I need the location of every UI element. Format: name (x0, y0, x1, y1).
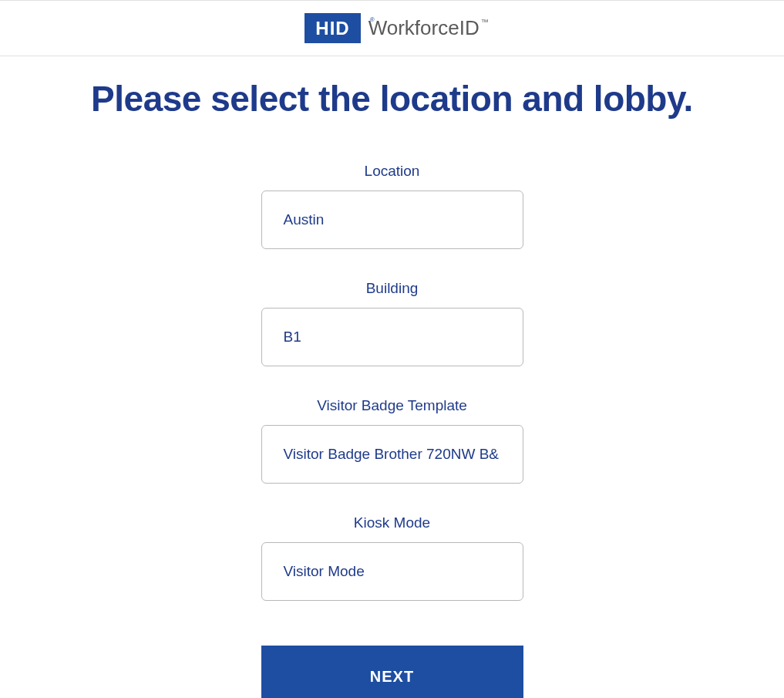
kiosk-mode-value: Visitor Mode (284, 563, 365, 580)
visitor-badge-template-value: Visitor Badge Brother 720NW B& (284, 446, 500, 463)
location-value: Austin (284, 211, 325, 228)
header: HID WorkforceID (0, 0, 784, 56)
page-title: Please select the location and lobby. (0, 78, 784, 120)
visitor-badge-template-label: Visitor Badge Template (317, 397, 467, 414)
form-container: Location Austin Building B1 Visitor Badg… (0, 163, 784, 698)
next-button[interactable]: NEXT (261, 646, 523, 698)
location-label: Location (365, 163, 420, 180)
hid-logo-text: HID (305, 13, 360, 43)
kiosk-mode-group: Kiosk Mode Visitor Mode (261, 514, 523, 601)
building-label: Building (366, 280, 419, 297)
hid-logo-badge: HID (305, 18, 368, 39)
visitor-badge-template-select[interactable]: Visitor Badge Brother 720NW B& (261, 425, 523, 484)
building-group: Building B1 (261, 280, 523, 366)
location-select[interactable]: Austin (261, 191, 523, 249)
location-group: Location Austin (261, 163, 523, 249)
kiosk-mode-label: Kiosk Mode (354, 514, 430, 531)
building-select[interactable]: B1 (261, 308, 523, 366)
workforceid-logo-text: WorkforceID (368, 16, 479, 40)
kiosk-mode-select[interactable]: Visitor Mode (261, 542, 523, 601)
building-value: B1 (284, 329, 301, 346)
visitor-badge-template-group: Visitor Badge Template Visitor Badge Bro… (261, 397, 523, 484)
